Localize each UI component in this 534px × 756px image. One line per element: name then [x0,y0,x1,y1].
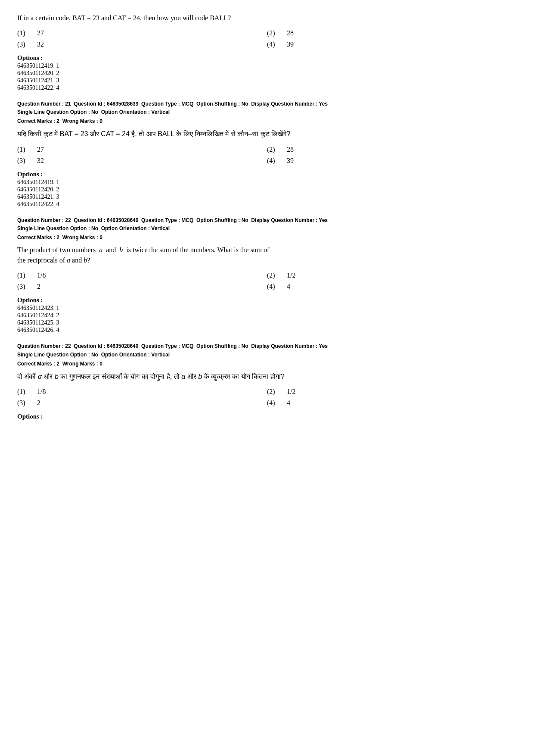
option-3: (3) 32 [17,157,267,165]
meta-q22-hi: Question Number : 22 Question Id : 64635… [17,342,517,359]
options-list-22-en: 646350112423. 1 646350112424. 2 64635011… [17,305,517,334]
list-item: 646350112422. 4 [17,84,517,91]
option-2: (2) 1/2 [267,272,517,279]
question-21-en-text: If in a certain code, BAT = 23 and CAT =… [17,13,517,23]
option-3: (3) 2 [17,283,267,291]
question-22-en: The product of two numbers a and b is tw… [17,245,517,334]
option-4: (4) 4 [267,399,517,407]
list-item: 646350112421. 3 [17,194,517,200]
list-item: 646350112419. 1 [17,62,517,69]
correct-marks-q22-hi: Correct Marks : 2 Wrong Marks : 0 [17,361,517,367]
list-item: 646350112420. 2 [17,186,517,193]
correct-marks-q22-en: Correct Marks : 2 Wrong Marks : 0 [17,234,517,241]
list-item: 646350112424. 2 [17,312,517,319]
option-1: (1) 27 [17,146,267,153]
option-1: (1) 1/8 [17,272,267,279]
option-2: (2) 1/2 [267,388,517,396]
question-21-hi-text: यदि किसी कूट में BAT = 23 और CAT = 24 है… [17,128,517,140]
list-item: 646350112420. 2 [17,70,517,77]
option-2: (2) 28 [267,29,517,37]
meta-q22-en: Question Number : 22 Question Id : 64635… [17,216,517,233]
list-item: 646350112423. 1 [17,305,517,312]
options-label-21-en: Options : [17,54,517,62]
question-22-en-text: The product of two numbers a and b is tw… [17,245,517,266]
options-list-21-hi: 646350112419. 1 646350112420. 2 64635011… [17,179,517,208]
list-item: 646350112422. 4 [17,201,517,208]
list-item: 646350112421. 3 [17,77,517,84]
options-label-21-hi: Options : [17,171,517,178]
options-label-22-hi-only: Options : [17,413,517,420]
list-item: 646350112425. 3 [17,319,517,326]
question-21-en: If in a certain code, BAT = 23 and CAT =… [17,13,517,91]
question-22-hi: दो अंकों α और b का गुणनफल इन संख्याओं के… [17,371,517,421]
option-4: (4) 39 [267,157,517,165]
question-22-hi-options-grid: (1) 1/8 (2) 1/2 (3) 2 (4) 4 [17,388,517,407]
option-3: (3) 32 [17,41,267,48]
option-1: (1) 1/8 [17,388,267,396]
option-2: (2) 28 [267,146,517,153]
question-22-en-options-grid: (1) 1/8 (2) 1/2 (3) 2 (4) 4 [17,272,517,291]
question-22-hi-text: दो अंकों α और b का गुणनफल इन संख्याओं के… [17,371,517,382]
question-21-hi: यदि किसी कूट में BAT = 23 और CAT = 24 है… [17,128,517,208]
options-list-21-en: 646350112419. 1 646350112420. 2 64635011… [17,62,517,91]
option-1: (1) 27 [17,29,267,37]
option-4: (4) 39 [267,41,517,48]
option-3: (3) 2 [17,399,267,407]
options-label-22-en: Options : [17,297,517,304]
meta-q21: Question Number : 21 Question Id : 64635… [17,100,517,116]
option-4: (4) 4 [267,283,517,291]
question-21-hi-options-grid: (1) 27 (2) 28 (3) 32 (4) 39 [17,146,517,165]
list-item: 646350112426. 4 [17,327,517,334]
question-21-en-options-grid: (1) 27 (2) 28 (3) 32 (4) 39 [17,29,517,48]
list-item: 646350112419. 1 [17,179,517,186]
correct-marks-q21: Correct Marks : 2 Wrong Marks : 0 [17,118,517,124]
